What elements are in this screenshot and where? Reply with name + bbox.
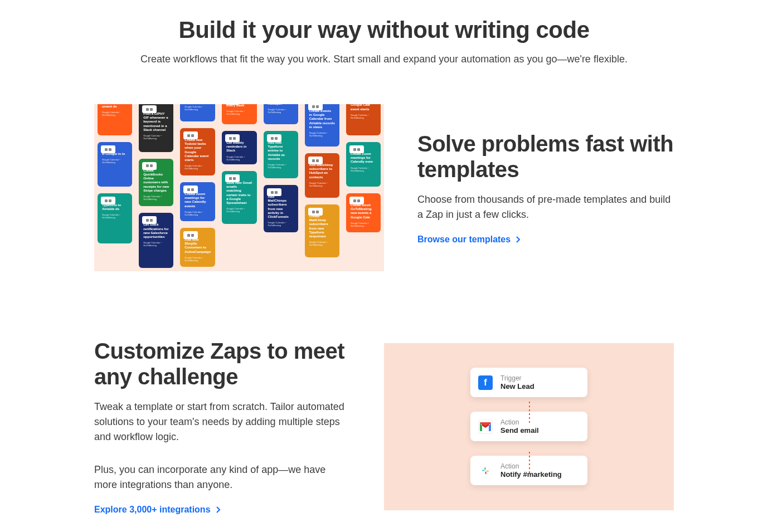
template-card: Get Slack notifications for new Salesfor… <box>139 213 173 268</box>
template-card-subtitle: Google Calendar • GoToMeeting <box>268 108 294 114</box>
svg-rect-3 <box>485 471 487 474</box>
template-card-subtitle: Google Calendar • GoToMeeting <box>143 241 169 247</box>
app-icons-badge <box>225 104 240 105</box>
app-icons-badge <box>349 197 364 204</box>
template-card-title: Get weekly reminders in Slack <box>226 141 252 153</box>
template-card-subtitle: Google Calendar • GoToMeeting <box>268 221 294 227</box>
workflow-step-kind: Trigger <box>500 374 534 382</box>
template-card: Get weekly reminders in SlackGoogle Cale… <box>222 131 256 164</box>
template-card-title: Send new Google Contacts to HubSpot <box>268 104 294 106</box>
workflow-step: TriggerNew Lead <box>470 368 587 397</box>
page-subtitle: Create workflows that fit the way you wo… <box>116 53 652 65</box>
browse-templates-link[interactable]: Browse our templates <box>417 235 521 245</box>
template-card: w Google ts toGoogle Calendar • GoToMeet… <box>98 142 132 187</box>
facebook-icon <box>478 375 493 390</box>
explore-integrations-label: Explore 3,000+ integrations <box>94 505 211 515</box>
section-customize-body-2: Plus, you can incorporate any kind of ap… <box>94 462 351 492</box>
template-card-subtitle: Google Calendar • GoToMeeting <box>102 111 128 116</box>
app-icons-badge <box>142 105 157 113</box>
slack-icon <box>478 463 493 478</box>
app-icons-badge <box>142 216 157 224</box>
svg-rect-2 <box>487 470 489 471</box>
app-icons-badge <box>349 145 364 153</box>
template-card-title: Create meeti GoToMeeting new events a Go… <box>351 203 376 219</box>
app-icons-badge <box>225 174 240 182</box>
workflow-step-kind: Action <box>500 462 562 470</box>
explore-integrations-link[interactable]: Explore 3,000+ integrations <box>94 505 221 515</box>
section-templates-body: Choose from thousands of pre-made templa… <box>417 192 674 222</box>
gmail-icon <box>478 419 493 434</box>
app-icons-badge <box>308 208 323 216</box>
app-icons-badge <box>101 197 115 204</box>
app-icons-badge <box>225 134 240 142</box>
app-icons-badge <box>101 145 115 153</box>
template-card: Create new Todoist tasks when your Googl… <box>180 128 215 175</box>
templates-mosaic-graphic: tically d Google ument dsGoogle Calendar… <box>94 104 384 271</box>
template-card-title: Save new Gmail emails matching certain t… <box>226 181 252 205</box>
template-card-title: Create events in Google Calendar from Ai… <box>309 109 335 129</box>
template-card-subtitle: Google Calendar • GoToMeeting <box>102 158 128 164</box>
template-card: Add notes to Evernote for new Google Cal… <box>180 104 215 121</box>
section-templates-title: Solve problems fast with templates <box>417 131 674 182</box>
template-card-subtitle: Google Calendar • GoToMeeting <box>351 114 376 119</box>
template-card-subtitle: Google Calendar • GoToMeeting <box>102 213 128 219</box>
template-card-subtitle: Google Calendar • GoToMeeting <box>309 241 335 246</box>
template-card: Typeform to Airtable dsGoogle Calendar •… <box>98 193 132 243</box>
section-customize-body-1: Tweak a template or start from scratch. … <box>94 399 351 445</box>
template-card-subtitle: Google Calendar • GoToMeeting <box>309 131 335 137</box>
template-card-subtitle: Google Calendar • GoToMeeting <box>184 256 211 262</box>
template-card-subtitle: Google Calendar • GoToMeeting <box>184 211 211 216</box>
template-card-title: Create MailChimp subscribers from new Ty… <box>309 214 335 238</box>
template-card: Send new Google Contacts to HubSpotGoogl… <box>264 104 298 124</box>
template-card-title: Add Mailchimp subscribers to HubSpot as … <box>309 163 335 179</box>
template-card-title: tically d Google ument ds <box>102 104 128 109</box>
connector-line <box>529 452 530 474</box>
template-card: Create QuickBooks Online customers with … <box>139 159 173 207</box>
connector-line <box>529 402 530 424</box>
template-card: Create MailChimp subscribers from new Ty… <box>305 204 339 257</box>
template-card-subtitle: Google Calendar • GoToMeeting <box>309 182 335 187</box>
template-card-subtitle: Google Calendar • GoToMeeting <box>143 195 169 201</box>
template-card: every weekGoogle Calendar • GoToMeeting <box>222 104 256 124</box>
app-icons-badge <box>267 188 281 196</box>
template-card-title: Post a GIPHY GIF whenever a keyword is m… <box>143 112 169 132</box>
template-card: Save new Gmail emails matching certain t… <box>222 171 256 224</box>
app-icons-badge <box>267 134 281 142</box>
template-card: tically d Google ument dsGoogle Calendar… <box>98 104 132 135</box>
template-card-title: Add MailChimps subscribers from new acti… <box>268 195 294 219</box>
template-card: Create new T tasks when y Google Cale ev… <box>346 104 381 135</box>
template-card-subtitle: Google Calendar • GoToMeeting <box>351 167 376 172</box>
template-card: Add Mailchimp subscribers to HubSpot as … <box>305 153 339 198</box>
template-card-subtitle: Google Calendar • GoToMeeting <box>226 155 252 161</box>
browse-templates-label: Browse our templates <box>417 235 511 245</box>
app-icons-badge <box>183 186 198 193</box>
app-icons-badge <box>183 131 198 139</box>
template-card-subtitle: Google Calendar • GoToMeeting <box>226 110 252 115</box>
template-card-title: Typeform to Airtable ds <box>102 203 128 211</box>
workflow-step-value: Notify #marketing <box>500 470 562 479</box>
workflow-step-value: New Lead <box>500 382 534 391</box>
template-card-subtitle: Google Calendar • GoToMeeting <box>268 163 294 169</box>
template-card: Create Zoom meetings for new Calendly ev… <box>180 182 215 221</box>
template-card: Post a GIPHY GIF whenever a keyword is m… <box>139 104 173 152</box>
workflow-step-kind: Action <box>500 418 539 426</box>
chevron-right-icon <box>216 506 221 513</box>
template-card: Add new Shopify Customers to ActiveCampa… <box>180 228 215 267</box>
template-card-title: Create new Todoist tasks when your Googl… <box>184 138 211 162</box>
template-card: Create events in Google Calendar from Ai… <box>305 104 339 147</box>
template-card-title: Create Zoom meetings for new Calendly ev… <box>184 192 211 208</box>
template-card-subtitle: Google Calendar • GoToMeeting <box>143 134 169 140</box>
app-icons-badge <box>308 104 323 110</box>
section-customize-title: Customize Zaps to meet any challenge <box>94 338 351 389</box>
page-title: Build it your way without writing code <box>116 17 652 43</box>
template-card: Add MailChimps subscribers from new acti… <box>264 185 298 232</box>
app-icons-badge <box>142 162 157 170</box>
template-card: Create Zoom meetings for Calendly evenGo… <box>346 142 381 187</box>
template-card: Create meeti GoToMeeting new events a Go… <box>346 193 381 232</box>
chevron-right-icon <box>516 236 521 243</box>
template-card-title: Add new Shopify Customers to ActiveCampa… <box>184 238 211 254</box>
svg-rect-0 <box>482 470 485 471</box>
template-card-title: Create QuickBooks Online customers with … <box>143 169 169 193</box>
template-card-title: Create new T tasks when y Google Cale ev… <box>351 104 376 111</box>
template-card-subtitle: Google Calendar • GoToMeeting <box>184 105 211 111</box>
